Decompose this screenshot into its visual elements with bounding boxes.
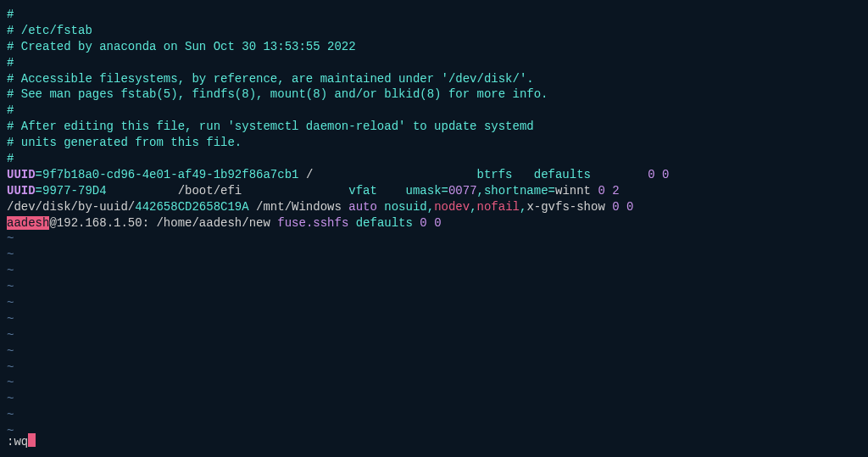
empty-line-tilde: ~ [7,343,861,359]
comment-line: # After editing this file, run 'systemct… [7,119,861,135]
fstab-entry-windows: /dev/disk/by-uuid/442658CD2658C19A /mnt/… [7,199,861,215]
empty-line-tilde: ~ [7,359,861,376]
fstab-entry-boot: UUID=9977-79D4 /boot/efi vfat umask=0077… [7,183,861,199]
terminal-editor[interactable]: # # /etc/fstab # Created by anaconda on … [7,7,861,439]
empty-line-tilde: ~ [7,279,861,295]
cursor-icon [28,433,36,447]
empty-line-tilde: ~ [7,231,861,247]
comment-line: # [7,7,861,23]
comment-line: # units generated from this file. [7,135,861,151]
empty-line-tilde: ~ [7,375,861,391]
empty-line-tilde: ~ [7,391,861,407]
fstab-entry-root: UUID=9f7b18a0-cd96-4e01-af49-1b92f86a7cb… [7,167,861,183]
empty-line-tilde: ~ [7,247,861,263]
comment-line: # [7,55,861,71]
empty-line-tilde: ~ [7,423,861,439]
comment-line: # /etc/fstab [7,23,861,39]
empty-line-tilde: ~ [7,327,861,343]
empty-line-tilde: ~ [7,263,861,279]
empty-line-tilde: ~ [7,311,861,327]
vim-command-line[interactable]: :wq [7,433,36,450]
comment-line: # [7,151,861,167]
empty-line-tilde: ~ [7,295,861,311]
fstab-entry-sshfs: aadesh@192.168.1.50: /home/aadesh/new fu… [7,215,861,231]
search-highlight: aadesh [7,216,49,230]
comment-line: # Created by anaconda on Sun Oct 30 13:5… [7,39,861,55]
comment-line: # Accessible filesystems, by reference, … [7,71,861,87]
comment-line: # [7,103,861,119]
empty-line-tilde: ~ [7,407,861,423]
comment-line: # See man pages fstab(5), findfs(8), mou… [7,86,861,103]
